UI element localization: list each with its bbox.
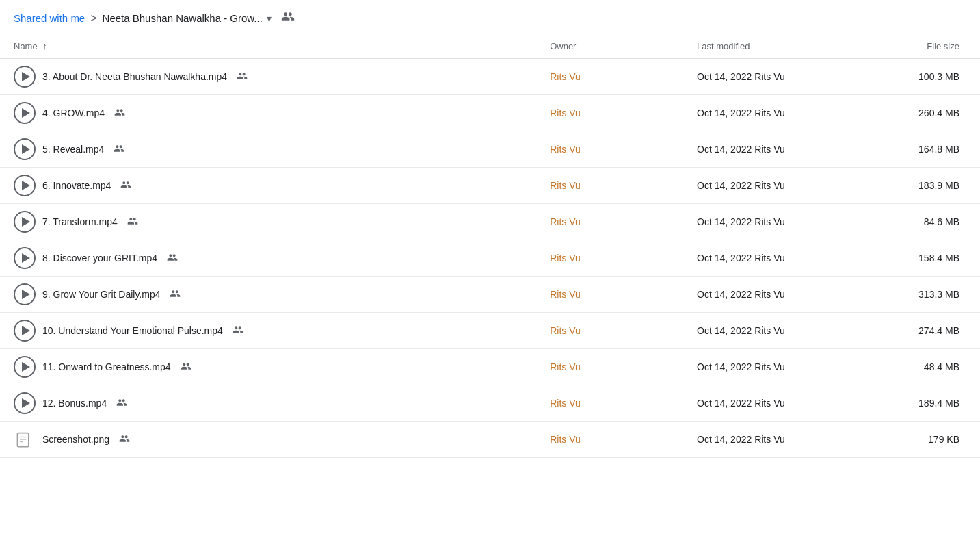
table-row[interactable]: 7. Transform.mp4Rits VuOct 14, 2022 Rits… bbox=[0, 204, 980, 240]
name-cell: Screenshot.png bbox=[14, 428, 528, 450]
file-name-label: 7. Transform.mp4 bbox=[42, 216, 118, 227]
table-row[interactable]: Screenshot.pngRits VuOct 14, 2022 Rits V… bbox=[0, 422, 980, 458]
breadcrumb: Shared with me > Neeta Bhushan Nawalkha … bbox=[0, 0, 980, 34]
play-button[interactable] bbox=[14, 138, 36, 160]
file-name-label: 3. About Dr. Neeta Bhushan Nawalkha.mp4 bbox=[42, 71, 227, 82]
owner-cell[interactable]: Rits Vu bbox=[539, 168, 686, 204]
chevron-down-icon[interactable]: ▾ bbox=[267, 13, 272, 24]
shared-icon bbox=[170, 288, 181, 301]
table-row[interactable]: 11. Onward to Greatness.mp4Rits VuOct 14… bbox=[0, 349, 980, 385]
table-row[interactable]: 3. About Dr. Neeta Bhushan Nawalkha.mp4R… bbox=[0, 59, 980, 95]
shared-people-icon bbox=[281, 10, 295, 27]
owner-column-header[interactable]: Owner bbox=[539, 34, 686, 59]
table-row[interactable]: 5. Reveal.mp4Rits VuOct 14, 2022 Rits Vu… bbox=[0, 131, 980, 168]
owner-link[interactable]: Rits Vu bbox=[550, 289, 581, 300]
owner-cell[interactable]: Rits Vu bbox=[539, 95, 686, 131]
modified-cell: Oct 14, 2022 Rits Vu bbox=[686, 313, 882, 349]
play-triangle-icon bbox=[22, 290, 30, 299]
play-button[interactable] bbox=[14, 247, 36, 269]
owner-link[interactable]: Rits Vu bbox=[550, 216, 581, 227]
name-cell: 4. GROW.mp4 bbox=[14, 102, 528, 124]
owner-cell[interactable]: Rits Vu bbox=[539, 131, 686, 168]
play-button[interactable] bbox=[14, 66, 36, 88]
owner-link[interactable]: Rits Vu bbox=[550, 361, 581, 372]
table-row[interactable]: 4. GROW.mp4Rits VuOct 14, 2022 Rits Vu26… bbox=[0, 95, 980, 131]
modified-cell: Oct 14, 2022 Rits Vu bbox=[686, 349, 882, 385]
file-name-label: 4. GROW.mp4 bbox=[42, 107, 105, 118]
play-triangle-icon bbox=[22, 253, 30, 263]
breadcrumb-separator: > bbox=[90, 12, 96, 25]
shared-icon bbox=[233, 324, 243, 337]
size-cell: 100.3 MB bbox=[882, 59, 980, 95]
name-cell: 10. Understand Your Emotional Pulse.mp4 bbox=[14, 320, 528, 342]
play-button[interactable] bbox=[14, 283, 36, 305]
modified-cell: Oct 14, 2022 Rits Vu bbox=[686, 204, 882, 240]
modified-cell: Oct 14, 2022 Rits Vu bbox=[686, 59, 882, 95]
owner-cell[interactable]: Rits Vu bbox=[539, 59, 686, 95]
table-row[interactable]: 12. Bonus.mp4Rits VuOct 14, 2022 Rits Vu… bbox=[0, 385, 980, 422]
owner-link[interactable]: Rits Vu bbox=[550, 107, 581, 118]
table-row[interactable]: 6. Innovate.mp4Rits VuOct 14, 2022 Rits … bbox=[0, 168, 980, 204]
shared-icon bbox=[120, 179, 131, 192]
play-triangle-icon bbox=[22, 72, 30, 81]
modified-cell: Oct 14, 2022 Rits Vu bbox=[686, 131, 882, 168]
owner-link[interactable]: Rits Vu bbox=[550, 253, 581, 264]
breadcrumb-folder[interactable]: Neeta Bhushan Nawalkha - Grow... ▾ bbox=[103, 12, 272, 24]
shared-icon bbox=[167, 252, 178, 265]
owner-cell[interactable]: Rits Vu bbox=[539, 349, 686, 385]
name-cell: 8. Discover your GRIT.mp4 bbox=[14, 247, 528, 269]
name-cell: 9. Grow Your Grit Daily.mp4 bbox=[14, 283, 528, 305]
file-name-label: 11. Onward to Greatness.mp4 bbox=[42, 361, 171, 372]
owner-link[interactable]: Rits Vu bbox=[550, 71, 581, 82]
breadcrumb-shared-with-me[interactable]: Shared with me bbox=[14, 12, 85, 24]
table-row[interactable]: 10. Understand Your Emotional Pulse.mp4R… bbox=[0, 313, 980, 349]
shared-icon bbox=[181, 361, 191, 374]
table-row[interactable]: 8. Discover your GRIT.mp4Rits VuOct 14, … bbox=[0, 240, 980, 277]
size-cell: 164.8 MB bbox=[882, 131, 980, 168]
play-triangle-icon bbox=[22, 326, 30, 335]
modified-column-header[interactable]: Last modified bbox=[686, 34, 882, 59]
play-triangle-icon bbox=[22, 217, 30, 227]
size-cell: 189.4 MB bbox=[882, 385, 980, 422]
play-triangle-icon bbox=[22, 108, 30, 118]
name-cell: 3. About Dr. Neeta Bhushan Nawalkha.mp4 bbox=[14, 66, 528, 88]
name-cell: 7. Transform.mp4 bbox=[14, 211, 528, 233]
modified-cell: Oct 14, 2022 Rits Vu bbox=[686, 277, 882, 313]
file-name-label: 9. Grow Your Grit Daily.mp4 bbox=[42, 289, 160, 300]
size-cell: 48.4 MB bbox=[882, 349, 980, 385]
table-row[interactable]: 9. Grow Your Grit Daily.mp4Rits VuOct 14… bbox=[0, 277, 980, 313]
size-cell: 84.6 MB bbox=[882, 204, 980, 240]
shared-icon bbox=[114, 143, 124, 156]
table-header-row: Name ↑ Owner Last modified File size bbox=[0, 34, 980, 59]
shared-icon bbox=[119, 433, 130, 446]
play-button[interactable] bbox=[14, 211, 36, 233]
owner-link[interactable]: Rits Vu bbox=[550, 180, 581, 191]
name-cell: 6. Innovate.mp4 bbox=[14, 175, 528, 196]
owner-link[interactable]: Rits Vu bbox=[550, 325, 581, 336]
size-cell: 313.3 MB bbox=[882, 277, 980, 313]
play-button[interactable] bbox=[14, 320, 36, 342]
image-file-icon bbox=[14, 428, 36, 450]
play-button[interactable] bbox=[14, 102, 36, 124]
owner-cell[interactable]: Rits Vu bbox=[539, 385, 686, 422]
owner-link[interactable]: Rits Vu bbox=[550, 144, 581, 155]
name-column-header[interactable]: Name ↑ bbox=[0, 34, 539, 59]
modified-cell: Oct 14, 2022 Rits Vu bbox=[686, 385, 882, 422]
play-button[interactable] bbox=[14, 356, 36, 378]
owner-cell[interactable]: Rits Vu bbox=[539, 240, 686, 277]
size-column-header[interactable]: File size bbox=[882, 34, 980, 59]
play-button[interactable] bbox=[14, 392, 36, 414]
owner-link[interactable]: Rits Vu bbox=[550, 398, 581, 409]
file-name-label: 5. Reveal.mp4 bbox=[42, 144, 104, 155]
owner-link[interactable]: Rits Vu bbox=[550, 434, 581, 445]
name-cell: 12. Bonus.mp4 bbox=[14, 392, 528, 414]
owner-cell[interactable]: Rits Vu bbox=[539, 313, 686, 349]
play-button[interactable] bbox=[14, 175, 36, 196]
file-name-label: 8. Discover your GRIT.mp4 bbox=[42, 253, 157, 264]
modified-cell: Oct 14, 2022 Rits Vu bbox=[686, 240, 882, 277]
owner-cell[interactable]: Rits Vu bbox=[539, 422, 686, 458]
play-triangle-icon bbox=[22, 144, 30, 154]
owner-cell[interactable]: Rits Vu bbox=[539, 277, 686, 313]
shared-icon bbox=[116, 397, 127, 410]
owner-cell[interactable]: Rits Vu bbox=[539, 204, 686, 240]
